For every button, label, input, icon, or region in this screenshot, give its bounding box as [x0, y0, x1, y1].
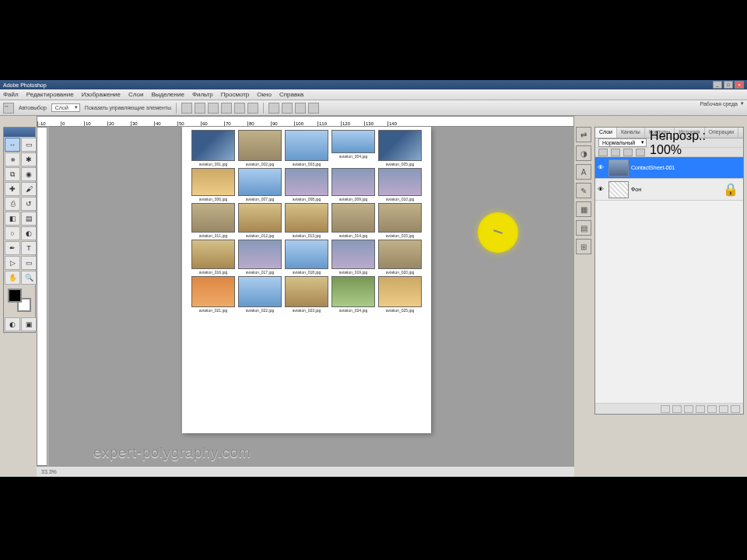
layer-thumbnail[interactable] — [608, 181, 629, 198]
lasso-tool[interactable]: ⎈ — [5, 152, 20, 166]
thumbnail-image[interactable] — [378, 276, 422, 307]
thumbnail-cell[interactable]: aviation_008.jpg — [285, 168, 328, 201]
layer-group-icon[interactable] — [707, 405, 717, 413]
thumbnail-image[interactable] — [191, 203, 235, 233]
minimize-button[interactable]: _ — [713, 81, 722, 89]
thumbnail-cell[interactable]: aviation_010.jpg — [378, 168, 422, 201]
thumbnail-cell[interactable]: aviation_006.jpg — [191, 168, 235, 201]
align-middle-icon[interactable] — [234, 103, 245, 114]
blur-tool[interactable]: ○ — [5, 226, 20, 240]
thumbnail-image[interactable] — [191, 168, 235, 196]
hand-tool[interactable]: ✋ — [5, 271, 20, 285]
distribute-v-icon[interactable] — [282, 103, 293, 114]
strip-navigator-icon[interactable]: ⇄ — [576, 127, 591, 142]
thumbnail-image[interactable] — [331, 276, 375, 307]
ruler-horizontal[interactable]: -10 0 10 20 30 40 50 60 70 80 90 100 110… — [37, 116, 574, 127]
thumbnail-image[interactable] — [331, 240, 375, 269]
history-brush-tool[interactable]: ↺ — [21, 197, 37, 211]
thumbnail-image[interactable] — [191, 240, 235, 269]
menu-window[interactable]: Окно — [257, 91, 272, 98]
strip-actions-icon[interactable]: ⊞ — [576, 239, 591, 254]
lock-transparent-icon[interactable] — [598, 149, 608, 156]
tab-layers[interactable]: Слои — [595, 128, 617, 138]
type-tool[interactable]: T — [21, 241, 37, 255]
eyedropper-tool[interactable]: ◉ — [21, 167, 37, 181]
thumbnail-cell[interactable]: aviation_002.jpg — [238, 130, 282, 166]
thumbnail-image[interactable] — [238, 130, 282, 161]
thumbnail-cell[interactable]: aviation_020.jpg — [378, 240, 422, 275]
menu-help[interactable]: Справка — [279, 91, 303, 98]
thumbnail-cell[interactable]: aviation_021.jpg — [191, 276, 235, 313]
menu-filter[interactable]: Фильтр — [192, 91, 213, 98]
thumbnail-cell[interactable]: aviation_011.jpg — [191, 203, 235, 238]
distribute-h-icon[interactable] — [268, 103, 279, 114]
new-layer-icon[interactable] — [719, 405, 728, 413]
brush-tool[interactable]: 🖌 — [21, 182, 37, 196]
layer-row-background[interactable]: 👁 Фон 🔒 — [595, 179, 743, 201]
thumbnail-image[interactable] — [238, 168, 282, 196]
maximize-button[interactable]: □ — [724, 81, 733, 89]
move-tool[interactable]: ↔ — [5, 138, 20, 152]
foreground-color-swatch[interactable] — [8, 289, 22, 303]
layer-mask-icon[interactable] — [684, 405, 693, 413]
thumbnail-cell[interactable]: aviation_018.jpg — [285, 240, 328, 275]
zoom-level[interactable]: 33.3% — [41, 469, 57, 474]
thumbnail-cell[interactable]: aviation_025.jpg — [378, 276, 422, 313]
dodge-tool[interactable]: ◐ — [21, 226, 37, 240]
menu-file[interactable]: Файл — [3, 91, 19, 98]
strip-styles-icon[interactable]: ▤ — [576, 220, 591, 236]
thumbnail-image[interactable] — [285, 130, 328, 161]
strip-character-icon[interactable]: A — [576, 164, 591, 180]
thumbnail-image[interactable] — [331, 168, 375, 196]
document-contact-sheet[interactable]: aviation_001.jpgaviation_002.jpgaviation… — [182, 127, 431, 433]
thumbnail-cell[interactable]: aviation_019.jpg — [331, 240, 375, 275]
thumbnail-cell[interactable]: aviation_009.jpg — [331, 168, 375, 201]
thumbnail-image[interactable] — [191, 130, 235, 161]
marquee-tool[interactable]: ▭ — [21, 138, 37, 152]
visibility-toggle-icon[interactable]: 👁 — [595, 164, 606, 171]
layer-style-icon[interactable] — [672, 405, 682, 413]
align-bottom-icon[interactable] — [247, 103, 258, 114]
thumbnail-cell[interactable]: aviation_004.jpg — [331, 130, 375, 166]
thumbnail-cell[interactable]: aviation_003.jpg — [285, 130, 328, 166]
thumbnail-cell[interactable]: aviation_016.jpg — [191, 240, 235, 275]
zoom-tool[interactable]: 🔍 — [21, 271, 37, 285]
strip-brush-icon[interactable]: ✎ — [576, 183, 591, 198]
thumbnail-image[interactable] — [238, 203, 282, 233]
thumbnail-cell[interactable]: aviation_015.jpg — [378, 203, 422, 238]
thumbnail-image[interactable] — [285, 240, 328, 269]
distribute-space-icon[interactable] — [295, 103, 306, 114]
heal-tool[interactable]: ✚ — [5, 182, 20, 196]
align-right-icon[interactable] — [208, 103, 219, 114]
stamp-tool[interactable]: ⎙ — [5, 197, 20, 211]
screenmode-toggle[interactable]: ▣ — [21, 317, 37, 331]
thumbnail-image[interactable] — [285, 168, 328, 196]
thumbnail-cell[interactable]: aviation_023.jpg — [285, 276, 328, 313]
thumbnail-image[interactable] — [191, 276, 235, 307]
lock-position-icon[interactable] — [623, 149, 633, 156]
thumbnail-image[interactable] — [378, 130, 422, 161]
thumbnail-image[interactable] — [285, 276, 328, 307]
layer-name[interactable]: ContactSheet-001 — [631, 165, 675, 170]
close-button[interactable]: × — [735, 81, 744, 89]
layer-name[interactable]: Фон — [631, 187, 641, 192]
align-top-icon[interactable] — [221, 103, 232, 114]
layer-list-empty-area[interactable] — [595, 201, 743, 403]
eraser-tool[interactable]: ◧ — [5, 212, 20, 226]
quickmask-toggle[interactable]: ◐ — [5, 317, 20, 331]
adjustment-layer-icon[interactable] — [696, 405, 705, 413]
thumbnail-cell[interactable]: aviation_024.jpg — [331, 276, 375, 313]
workspace-switcher[interactable]: Рабочая среда ▾ — [700, 100, 744, 107]
canvas-area[interactable]: aviation_001.jpgaviation_002.jpgaviation… — [48, 127, 574, 466]
link-layers-icon[interactable] — [661, 405, 670, 413]
crop-tool[interactable]: ⧉ — [5, 167, 20, 181]
toolbox-header[interactable] — [4, 128, 35, 137]
thumbnail-image[interactable] — [238, 276, 282, 307]
thumbnail-image[interactable] — [238, 240, 282, 269]
strip-swatches-icon[interactable]: ▦ — [576, 201, 591, 217]
menu-image[interactable]: Изображение — [82, 91, 121, 98]
thumbnail-cell[interactable]: aviation_017.jpg — [238, 240, 282, 275]
gradient-tool[interactable]: ▤ — [21, 212, 37, 226]
menu-layer[interactable]: Слои — [128, 91, 143, 98]
lock-all-icon[interactable] — [636, 149, 645, 156]
